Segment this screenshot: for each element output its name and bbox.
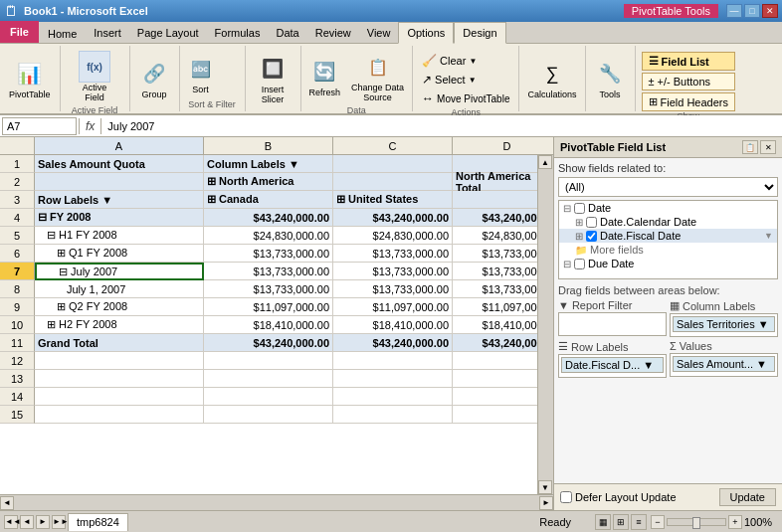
cell-b3[interactable]: ⊞ Canada xyxy=(204,191,333,209)
cell-a6[interactable]: ⊞ Q1 FY 2008 xyxy=(35,245,204,263)
cell-a7[interactable]: ⊟ July 2007 xyxy=(35,263,204,280)
tab-view[interactable]: View xyxy=(359,23,399,43)
col-header-c[interactable]: C xyxy=(333,137,453,154)
row-num-14[interactable]: 14 xyxy=(0,388,35,406)
select-button[interactable]: ↗ Select ▼ xyxy=(417,71,514,89)
cell-b10[interactable]: $18,410,000.00 xyxy=(204,316,333,334)
update-button[interactable]: Update xyxy=(719,488,776,506)
tab-home[interactable]: Home xyxy=(39,23,86,43)
field-list-button[interactable]: ☰ Field List xyxy=(642,52,735,71)
cell-c4[interactable]: $43,240,000.00 xyxy=(333,209,453,227)
sheet-nav-next[interactable]: ► xyxy=(36,515,50,529)
cell-d4[interactable]: $43,240,000.00 xyxy=(453,209,537,227)
pivot-field-item-calendar-date[interactable]: ⊞ Date.Calendar Date xyxy=(559,215,777,229)
horizontal-scrollbar[interactable]: ◄ ► xyxy=(0,494,553,510)
cell-a9[interactable]: ⊞ Q2 FY 2008 xyxy=(35,298,204,316)
row-num-1[interactable]: 1 xyxy=(0,155,35,173)
pivot-drop-box-row-labels[interactable]: Date.Fiscal D... ▼ xyxy=(558,354,667,378)
cell-d2[interactable]: North America Total xyxy=(453,173,537,191)
row-num-7[interactable]: 7 xyxy=(0,263,35,280)
col-header-b[interactable]: B xyxy=(204,137,333,154)
cell-b2[interactable]: ⊞ North America xyxy=(204,173,333,191)
cell-d3[interactable] xyxy=(453,191,537,209)
tab-options[interactable]: Options xyxy=(398,22,454,44)
cell-a10[interactable]: ⊞ H2 FY 2008 xyxy=(35,316,204,334)
view-pagebreak[interactable]: ≡ xyxy=(631,514,647,530)
tab-design[interactable]: Design xyxy=(454,22,505,44)
cell-a1[interactable]: Sales Amount Quota xyxy=(35,155,204,173)
cell-a8[interactable]: July 1, 2007 xyxy=(35,280,204,298)
cell-a4[interactable]: ⊟ FY 2008 xyxy=(35,209,204,227)
cell-d8[interactable]: $13,733,000.00 xyxy=(453,280,537,298)
sheet-nav-last[interactable]: ►► xyxy=(52,515,66,529)
pivot-drop-box-values[interactable]: Sales Amount... ▼ xyxy=(670,353,778,377)
pivot-field-item-fiscal-date[interactable]: ⊞ Date.Fiscal Date ▼ xyxy=(559,229,777,243)
group-button[interactable]: 🔗 Group xyxy=(134,55,174,102)
row-num-10[interactable]: 10 xyxy=(0,316,35,334)
tab-file[interactable]: File xyxy=(0,21,39,43)
pivot-drop-box-report-filter[interactable] xyxy=(558,312,667,336)
cell-b1[interactable]: Column Labels ▼ xyxy=(204,155,333,173)
row-num-2[interactable]: 2 xyxy=(0,173,35,191)
pivot-panel-close-button[interactable]: ✕ xyxy=(760,140,776,154)
formula-input[interactable] xyxy=(103,117,780,135)
cell-d5[interactable]: $24,830,000.00 xyxy=(453,227,537,245)
pivottable-button[interactable]: 📊 PivotTable xyxy=(4,55,56,102)
view-layout[interactable]: ⊞ xyxy=(613,514,629,530)
cell-c9[interactable]: $11,097,000.00 xyxy=(333,298,453,316)
insert-slicer-button[interactable]: 🔲 Insert Slicer xyxy=(253,50,293,107)
clear-button[interactable]: 🧹 Clear ▼ xyxy=(417,52,514,70)
cell-c11[interactable]: $43,240,000.00 xyxy=(333,334,453,352)
change-data-source-button[interactable]: 📋 Change Data Source xyxy=(347,48,408,105)
cell-a11[interactable]: Grand Total xyxy=(35,334,204,352)
sheet-nav-prev[interactable]: ◄ xyxy=(20,515,34,529)
cell-b6[interactable]: $13,733,000.00 xyxy=(204,245,333,263)
cell-a2[interactable] xyxy=(35,173,204,191)
tab-formulas[interactable]: Formulas xyxy=(207,23,269,43)
cell-c3[interactable]: ⊞ United States xyxy=(333,191,453,209)
tab-insert[interactable]: Insert xyxy=(86,23,129,43)
pivot-drop-item[interactable]: Sales Territories ▼ xyxy=(673,316,775,332)
pivot-field-item-more[interactable]: 📁 More fields xyxy=(559,243,777,257)
row-num-4[interactable]: 4 xyxy=(0,209,35,227)
pivot-field-item-due-date[interactable]: ⊟ Due Date xyxy=(559,257,777,270)
cell-d10[interactable]: $18,410,000.00 xyxy=(453,316,537,334)
row-num-15[interactable]: 15 xyxy=(0,406,35,424)
zoom-out-button[interactable]: − xyxy=(651,515,665,529)
cell-c2[interactable] xyxy=(333,173,453,191)
cell-c5[interactable]: $24,830,000.00 xyxy=(333,227,453,245)
cell-a3[interactable]: Row Labels ▼ xyxy=(35,191,204,209)
cell-b8[interactable]: $13,733,000.00 xyxy=(204,280,333,298)
cell-c8[interactable]: $13,733,000.00 xyxy=(333,280,453,298)
cell-b7[interactable]: $13,733,000.00 xyxy=(204,263,333,280)
maximize-button[interactable]: □ xyxy=(744,4,760,18)
cell-b9[interactable]: $11,097,000.00 xyxy=(204,298,333,316)
calculations-button[interactable]: ∑ Calculations xyxy=(523,55,580,102)
zoom-slider[interactable] xyxy=(667,518,726,526)
cell-reference-box[interactable] xyxy=(2,117,77,135)
pivot-field-item-date[interactable]: ⊟ Date xyxy=(559,201,777,215)
row-num-8[interactable]: 8 xyxy=(0,280,35,298)
pivot-panel-copy-button[interactable]: 📋 xyxy=(742,140,758,154)
tab-data[interactable]: Data xyxy=(268,23,306,43)
pivot-drop-box-column-labels[interactable]: Sales Territories ▼ xyxy=(670,313,778,337)
field-headers-button[interactable]: ⊞ Field Headers xyxy=(642,92,735,111)
pivot-filter-select[interactable]: (All) xyxy=(558,177,778,197)
cell-b5[interactable]: $24,830,000.00 xyxy=(204,227,333,245)
tab-review[interactable]: Review xyxy=(307,23,359,43)
cell-d11[interactable]: $43,240,000.00 xyxy=(453,334,537,352)
view-normal[interactable]: ▦ xyxy=(595,514,611,530)
cell-c6[interactable]: $13,733,000.00 xyxy=(333,245,453,263)
row-num-9[interactable]: 9 xyxy=(0,298,35,316)
defer-layout-checkbox[interactable] xyxy=(560,491,572,503)
cell-b4[interactable]: $43,240,000.00 xyxy=(204,209,333,227)
cell-d7[interactable]: $13,733,000.00 xyxy=(453,263,537,280)
cell-c1[interactable] xyxy=(333,155,453,173)
pivot-drop-item[interactable]: Date.Fiscal D... ▼ xyxy=(561,357,664,373)
vertical-scrollbar[interactable]: ▲ ▼ xyxy=(537,155,553,494)
minimize-button[interactable]: — xyxy=(726,4,742,18)
cell-a5[interactable]: ⊟ H1 FY 2008 xyxy=(35,227,204,245)
refresh-button[interactable]: 🔄 Refresh xyxy=(305,53,345,100)
move-pivot-table-button[interactable]: ↔ Move PivotTable xyxy=(417,89,514,107)
active-field-button[interactable]: f(x) Active Field xyxy=(75,48,114,105)
